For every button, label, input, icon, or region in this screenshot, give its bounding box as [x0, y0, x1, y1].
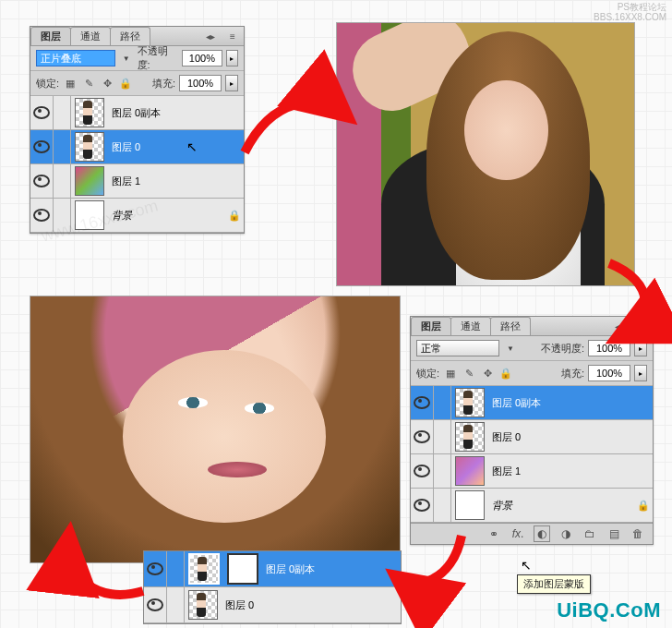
layer-row[interactable]: 背景 🔒: [30, 199, 244, 233]
visibility-toggle[interactable]: [144, 587, 167, 622]
new-layer-icon[interactable]: ▤: [606, 526, 621, 541]
layer-thumbnail[interactable]: [455, 422, 485, 452]
panel-menu-icon[interactable]: ≡: [222, 28, 244, 44]
tab-channels[interactable]: 通道: [450, 317, 491, 335]
fill-stepper[interactable]: ▸: [634, 365, 647, 381]
lock-all-icon[interactable]: 🔒: [498, 366, 513, 380]
lock-position-icon[interactable]: ✥: [100, 76, 114, 91]
layer-row[interactable]: 图层 0副本: [144, 551, 401, 587]
layer-thumbnail[interactable]: [455, 490, 485, 520]
layer-name[interactable]: 图层 1: [488, 465, 653, 478]
dropdown-arrow-icon[interactable]: ▼: [123, 54, 130, 63]
panel2-lock-row: 锁定: ▦ ✎ ✥ 🔒 填充: 100% ▸: [411, 361, 653, 386]
tab-layers[interactable]: 图层: [30, 27, 71, 45]
opacity-stepper[interactable]: ▸: [226, 50, 238, 66]
layer-thumbnail[interactable]: [75, 166, 104, 196]
layer-name[interactable]: 背景: [108, 209, 225, 223]
lock-icons: ▦ ✎ ✥ 🔒: [443, 366, 513, 380]
watermark-bottom: UiBQ.CoM: [557, 598, 661, 622]
link-cell[interactable]: [434, 454, 451, 488]
lock-transparent-icon[interactable]: ▦: [63, 76, 78, 91]
layer-row[interactable]: 图层 1: [411, 454, 653, 489]
layer-name[interactable]: 背景: [488, 499, 634, 513]
opacity-stepper[interactable]: ▸: [634, 340, 647, 356]
dropdown-arrow-icon[interactable]: ▼: [507, 344, 514, 353]
visibility-toggle[interactable]: [144, 551, 167, 586]
visibility-toggle[interactable]: [411, 454, 434, 488]
layer-row[interactable]: 图层 0 ↖: [30, 130, 244, 164]
layer-row[interactable]: 图层 1: [30, 164, 244, 199]
fill-field[interactable]: 100%: [588, 365, 630, 381]
lock-pixels-icon[interactable]: ✎: [81, 76, 96, 91]
visibility-toggle[interactable]: [30, 96, 54, 129]
fill-field[interactable]: 100%: [179, 75, 222, 91]
lock-position-icon[interactable]: ✥: [480, 366, 495, 380]
panel-collapse-icon[interactable]: ◂▸: [199, 28, 222, 44]
layer-name[interactable]: 图层 0副本: [262, 562, 401, 576]
link-layers-icon[interactable]: ⚭: [486, 526, 501, 541]
eye-icon: [414, 430, 430, 443]
layer-row[interactable]: 图层 0副本: [411, 386, 653, 420]
layer-thumbnail[interactable]: [75, 200, 104, 230]
layer-name[interactable]: 图层 0: [108, 140, 186, 154]
visibility-toggle[interactable]: [30, 130, 54, 163]
opacity-label: 不透明度:: [138, 44, 179, 72]
layer-row[interactable]: 图层 0: [411, 420, 653, 454]
link-cell[interactable]: [54, 164, 71, 198]
lock-pixels-icon[interactable]: ✎: [462, 366, 476, 380]
link-cell[interactable]: [54, 96, 71, 129]
panel-menu-icon[interactable]: ≡: [630, 318, 653, 334]
eye-icon: [414, 396, 430, 409]
visibility-toggle[interactable]: [411, 489, 434, 522]
lock-transparent-icon[interactable]: ▦: [443, 366, 458, 380]
visibility-toggle[interactable]: [411, 386, 434, 419]
link-cell[interactable]: [54, 199, 71, 232]
tab-layers[interactable]: 图层: [411, 317, 451, 335]
layer-mask-thumbnail[interactable]: [227, 553, 258, 585]
layer-row[interactable]: 图层 0副本: [30, 96, 244, 130]
fill-stepper[interactable]: ▸: [225, 75, 238, 91]
layer-style-icon[interactable]: fx.: [510, 526, 525, 541]
tooltip-add-mask: 添加图层蒙版: [517, 574, 591, 594]
add-layer-mask-icon[interactable]: ◐: [534, 526, 549, 541]
layer-name[interactable]: 图层 1: [108, 175, 244, 188]
layer-name[interactable]: 图层 0副本: [108, 106, 244, 120]
layer-row[interactable]: 背景 🔒: [411, 489, 653, 523]
link-cell[interactable]: [167, 551, 185, 586]
opacity-field[interactable]: 100%: [182, 50, 222, 66]
blend-mode-dropdown[interactable]: 正常: [416, 340, 499, 356]
visibility-toggle[interactable]: [30, 199, 54, 232]
tab-channels[interactable]: 通道: [70, 27, 111, 45]
visibility-toggle[interactable]: [30, 164, 54, 198]
layer-name[interactable]: 图层 0: [488, 430, 653, 444]
eye-icon: [33, 106, 50, 119]
eye-icon: [33, 209, 50, 222]
layer-thumbnail[interactable]: [75, 132, 104, 162]
tab-paths[interactable]: 路径: [110, 27, 150, 45]
adjustment-layer-icon[interactable]: ◑: [558, 526, 573, 541]
new-group-icon[interactable]: 🗀: [582, 526, 597, 541]
layer-thumbnail[interactable]: [188, 590, 218, 620]
layer-thumbnail[interactable]: [455, 388, 485, 417]
layer-thumbnail[interactable]: [455, 456, 485, 486]
layer-name[interactable]: 图层 0: [222, 598, 401, 612]
link-cell[interactable]: [434, 420, 451, 453]
eye-icon: [414, 499, 430, 512]
layer-name[interactable]: 图层 0副本: [488, 396, 653, 410]
layer-thumbnail[interactable]: [75, 98, 104, 127]
cursor-icon: ↖: [186, 139, 198, 154]
link-cell[interactable]: [434, 489, 451, 522]
tab-paths[interactable]: 路径: [490, 317, 531, 335]
link-cell[interactable]: [434, 386, 451, 419]
layer-row[interactable]: 图层 0: [144, 587, 401, 623]
blend-mode-dropdown[interactable]: 正片叠底: [36, 50, 115, 66]
delete-layer-icon[interactable]: 🗑: [630, 526, 645, 541]
layer-thumbnail[interactable]: [188, 553, 220, 585]
link-cell[interactable]: [54, 130, 71, 163]
lock-all-icon[interactable]: 🔒: [118, 76, 133, 91]
panel-collapse-icon[interactable]: ◂▸: [608, 318, 630, 334]
opacity-field[interactable]: 100%: [588, 340, 630, 356]
preview-image-top: [336, 22, 635, 286]
visibility-toggle[interactable]: [411, 420, 434, 453]
link-cell[interactable]: [167, 587, 185, 622]
